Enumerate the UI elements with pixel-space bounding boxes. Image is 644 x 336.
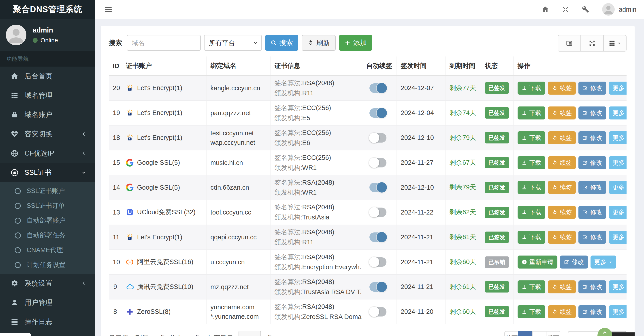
edit-icon [582, 309, 588, 315]
renew-button[interactable]: 续签 [548, 280, 576, 293]
auto-renew-toggle[interactable] [370, 108, 386, 118]
download-button[interactable]: 下载 [518, 156, 545, 169]
sidebar-subitem[interactable]: SSL证书订单 [0, 198, 95, 213]
download-button[interactable]: 下载 [518, 181, 545, 194]
edit-button[interactable]: 修改 [578, 106, 606, 119]
home-icon[interactable] [542, 6, 549, 13]
sidebar-subitem[interactable]: SSL证书账户 [0, 184, 95, 198]
renew-button[interactable]: 续签 [548, 305, 576, 318]
renew-button[interactable]: 续签 [548, 156, 576, 169]
download-button[interactable]: 下载 [518, 206, 545, 219]
back-to-top-button[interactable] [598, 328, 612, 336]
renew-button[interactable]: 续签 [548, 131, 576, 144]
renew-button[interactable]: 续签 [548, 106, 576, 119]
user-menu[interactable]: admin [602, 3, 636, 16]
edit-button[interactable]: 修改 [578, 206, 606, 219]
more-button[interactable]: 更多 [609, 156, 627, 169]
more-button[interactable]: 更多 [609, 82, 627, 95]
sidebar-item-logs[interactable]: 操作日志 [0, 312, 95, 331]
auto-renew-toggle[interactable] [370, 232, 386, 242]
platform-select[interactable]: 所有平台 [204, 35, 262, 51]
edit-button[interactable]: 修改 [578, 181, 606, 194]
play-icon [522, 259, 527, 265]
sidebar-item-users[interactable]: 用户管理 [0, 293, 95, 312]
topbar: admin [95, 0, 644, 19]
auto-renew-toggle[interactable] [370, 257, 386, 267]
more-button[interactable]: 更多 [590, 256, 616, 269]
auto-renew-toggle[interactable] [370, 282, 386, 292]
fullscreen-icon[interactable] [562, 6, 569, 13]
download-button[interactable]: 下载 [518, 231, 545, 244]
edit-icon [564, 259, 570, 265]
auto-renew-toggle[interactable] [370, 158, 386, 167]
edit-button[interactable]: 修改 [578, 156, 606, 169]
sidebar-subitem[interactable]: 自动部署任务 [0, 228, 95, 243]
sidebar-item-ssl[interactable]: SSL证书 [0, 163, 95, 182]
search-button[interactable]: 搜索 [265, 35, 298, 51]
sidebar-item-failover[interactable]: 容灾切换 [0, 124, 95, 144]
page-button-1[interactable]: 1 [518, 331, 532, 336]
edit-button[interactable]: 修改 [578, 305, 606, 318]
cert-id: 19 [109, 100, 122, 125]
menu-toggle-button[interactable] [104, 5, 113, 14]
edit-button[interactable]: 修改 [560, 256, 588, 269]
auto-renew-toggle[interactable] [370, 307, 386, 316]
cert-id: 13 [109, 200, 122, 225]
cert-info: 签名算法:RSA(2048) 颁发机构:TrustAsia RSA DV T..… [274, 277, 358, 297]
refresh-button[interactable]: 刷新 [302, 35, 336, 51]
add-button[interactable]: 添加 [339, 35, 372, 51]
sidebar-item-settings[interactable]: 系统设置 [0, 274, 95, 293]
view-button-list-alt-icon[interactable] [558, 35, 581, 52]
download-button[interactable]: 下载 [518, 305, 545, 318]
download-icon [522, 185, 527, 190]
edit-button[interactable]: 修改 [578, 280, 606, 293]
edit-button[interactable]: 修改 [578, 231, 606, 244]
edit-button[interactable]: 修改 [578, 82, 606, 95]
sidebar-subitem[interactable]: CNAME代理 [0, 243, 95, 258]
more-button[interactable]: 更多 [609, 206, 627, 219]
download-button[interactable]: 下载 [518, 82, 545, 95]
edit-button[interactable]: 修改 [578, 131, 606, 144]
view-button-grid-icon[interactable] [603, 35, 626, 52]
auto-renew-toggle[interactable] [370, 133, 386, 142]
auto-renew-toggle[interactable] [370, 183, 386, 192]
column-header: 操作 [513, 57, 626, 76]
auto-renew-toggle[interactable] [370, 83, 386, 93]
cert-id: 18 [109, 125, 122, 150]
sidebar-item-domain-accounts[interactable]: 域名账户 [0, 105, 95, 124]
download-button[interactable]: 下载 [518, 280, 545, 293]
page-button-2[interactable]: 2 [532, 331, 546, 336]
sidebar-subitem[interactable]: 计划任务设置 [0, 258, 95, 272]
renew-button[interactable]: 续签 [548, 206, 576, 219]
cert-id: 8 [109, 299, 122, 324]
sidebar-subitem[interactable]: 自动部署账户 [0, 213, 95, 228]
sidebar-item-home[interactable]: 后台首页 [0, 67, 95, 86]
renew-icon [552, 284, 558, 290]
renew-button[interactable]: 续签 [548, 231, 576, 244]
auto-renew-toggle[interactable] [370, 208, 386, 217]
sidebar-item-cf-ip[interactable]: CF优选IP [0, 144, 95, 163]
more-button[interactable]: 更多 [609, 131, 627, 144]
more-button[interactable]: 更多 [609, 181, 627, 194]
wrench-icon[interactable] [582, 6, 589, 13]
reapply-button[interactable]: 重新申请 [518, 256, 558, 269]
search-input[interactable] [127, 35, 201, 51]
page-button-前页[interactable]: 前页 [504, 331, 519, 336]
sidebar-item-label: 域名账户 [24, 110, 52, 119]
cert-info: 签名算法:ECC(256) 颁发机构:WR1 [274, 153, 358, 173]
view-button-arrows-expand-icon[interactable] [580, 35, 604, 52]
more-button[interactable]: 更多 [609, 280, 627, 293]
more-button[interactable]: 更多 [609, 305, 627, 318]
page-size-select[interactable]: 10 [238, 331, 261, 336]
download-button[interactable]: 下载 [518, 131, 545, 144]
renew-button[interactable]: 续签 [548, 181, 576, 194]
list-alt-icon [566, 40, 572, 47]
more-button[interactable]: 更多 [609, 231, 627, 244]
more-button[interactable]: 更多 [609, 106, 627, 119]
certificates-table: ID证书账户绑定域名证书信息自动续签签发时间到期时间状态操作 20 Let's … [109, 57, 626, 324]
goto-page-input[interactable] [568, 331, 602, 336]
page-button-后页[interactable]: 后页 [546, 331, 560, 336]
sidebar-item-domain-manage[interactable]: 域名管理 [0, 86, 95, 105]
renew-button[interactable]: 续签 [548, 82, 576, 95]
download-button[interactable]: 下载 [518, 106, 545, 119]
